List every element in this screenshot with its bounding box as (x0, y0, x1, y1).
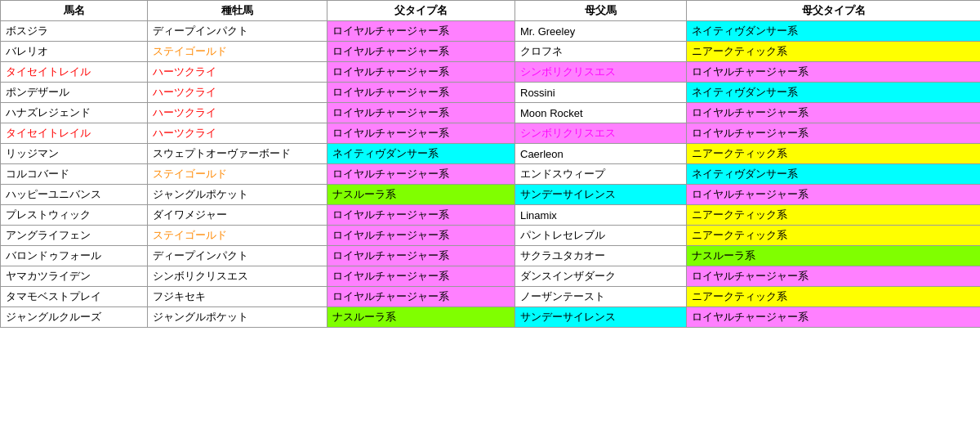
table-row: ハッピーユニバンスジャングルポケットナスルーラ系サンデーサイレンスロイヤルチャー… (1, 185, 981, 205)
horse-name: ポンデザール (1, 83, 148, 103)
sire-type: ネイティヴダンサー系 (327, 144, 515, 164)
horse-name: ジャングルクルーズ (1, 307, 148, 328)
table-row: バレリオステイゴールドロイヤルチャージャー系クロフネニアークティック系 (1, 42, 981, 62)
main-table: 馬名種牡馬父タイプ名母父馬母父タイプ名 ボスジラディープインパクトロイヤルチャー… (0, 0, 980, 328)
dam-sire-type: ニアークティック系 (687, 226, 981, 246)
dam-sire-type: ネイティヴダンサー系 (687, 164, 981, 185)
dam-sire-name: エンドスウィープ (515, 164, 687, 185)
dam-sire-type: ニアークティック系 (687, 205, 981, 226)
sire-type: ロイヤルチャージャー系 (327, 266, 515, 287)
dam-sire-type: ネイティヴダンサー系 (687, 83, 981, 103)
table-row: バロンドゥフォールディープインパクトロイヤルチャージャー系サクラユタカオーナスル… (1, 246, 981, 266)
sire-name: フジキセキ (148, 287, 327, 307)
horse-name: ハナズレジェンド (1, 103, 148, 123)
dam-sire-name: Linamix (515, 205, 687, 226)
table-row: リッジマンスウェプトオーヴァーボードネイティヴダンサー系Caerleonニアーク… (1, 144, 981, 164)
sire-type: ロイヤルチャージャー系 (327, 83, 515, 103)
horse-name: ボスジラ (1, 21, 148, 42)
sire-type: ロイヤルチャージャー系 (327, 164, 515, 185)
header-col-3: 母父馬 (515, 1, 687, 21)
dam-sire-type: ニアークティック系 (687, 287, 981, 307)
table-row: ハナズレジェンドハーツクライロイヤルチャージャー系Moon Rocketロイヤル… (1, 103, 981, 123)
sire-type: ロイヤルチャージャー系 (327, 287, 515, 307)
sire-name: ジャングルポケット (148, 185, 327, 205)
header-col-0: 馬名 (1, 1, 148, 21)
dam-sire-type: ロイヤルチャージャー系 (687, 103, 981, 123)
horse-name: バレリオ (1, 42, 148, 62)
horse-name: タイセイトレイル (1, 62, 148, 83)
table-row: ジャングルクルーズジャングルポケットナスルーラ系サンデーサイレンスロイヤルチャー… (1, 307, 981, 328)
dam-sire-name: ダンスインザダーク (515, 266, 687, 287)
dam-sire-name: サンデーサイレンス (515, 185, 687, 205)
sire-name: スウェプトオーヴァーボード (148, 144, 327, 164)
sire-name: ステイゴールド (148, 226, 327, 246)
horse-name: コルコバード (1, 164, 148, 185)
header-col-2: 父タイプ名 (327, 1, 515, 21)
sire-name: ハーツクライ (148, 83, 327, 103)
table-row: ボスジラディープインパクトロイヤルチャージャー系Mr. Greeleyネイティヴ… (1, 21, 981, 42)
horse-name: ハッピーユニバンス (1, 185, 148, 205)
header-row: 馬名種牡馬父タイプ名母父馬母父タイプ名 (1, 1, 981, 21)
sire-type: ナスルーラ系 (327, 185, 515, 205)
sire-type: ロイヤルチャージャー系 (327, 62, 515, 83)
sire-type: ナスルーラ系 (327, 307, 515, 328)
sire-type: ロイヤルチャージャー系 (327, 123, 515, 144)
dam-sire-type: ナスルーラ系 (687, 246, 981, 266)
sire-name: ハーツクライ (148, 123, 327, 144)
dam-sire-name: サンデーサイレンス (515, 307, 687, 328)
table-row: ヤマカツライデンシンボリクリスエスロイヤルチャージャー系ダンスインザダークロイヤ… (1, 266, 981, 287)
table-body: ボスジラディープインパクトロイヤルチャージャー系Mr. Greeleyネイティヴ… (1, 21, 981, 328)
sire-name: シンボリクリスエス (148, 266, 327, 287)
dam-sire-type: ロイヤルチャージャー系 (687, 123, 981, 144)
sire-name: ステイゴールド (148, 42, 327, 62)
dam-sire-type: ニアークティック系 (687, 42, 981, 62)
horse-name: プレストウィック (1, 205, 148, 226)
dam-sire-name: クロフネ (515, 42, 687, 62)
sire-type: ロイヤルチャージャー系 (327, 21, 515, 42)
horse-name: ヤマカツライデン (1, 266, 148, 287)
sire-type: ロイヤルチャージャー系 (327, 226, 515, 246)
dam-sire-name: Moon Rocket (515, 103, 687, 123)
table-row: プレストウィックダイワメジャーロイヤルチャージャー系Linamixニアークティッ… (1, 205, 981, 226)
sire-name: ジャングルポケット (148, 307, 327, 328)
table-row: タイセイトレイルハーツクライロイヤルチャージャー系シンボリクリスエスロイヤルチャ… (1, 62, 981, 83)
table-row: タマモベストプレイフジキセキロイヤルチャージャー系ノーザンテーストニアークティッ… (1, 287, 981, 307)
dam-sire-type: ロイヤルチャージャー系 (687, 307, 981, 328)
horse-name: タマモベストプレイ (1, 287, 148, 307)
header-col-4: 母父タイプ名 (687, 1, 981, 21)
sire-name: ハーツクライ (148, 62, 327, 83)
horse-name: リッジマン (1, 144, 148, 164)
sire-type: ロイヤルチャージャー系 (327, 42, 515, 62)
dam-sire-name: パントレセレブル (515, 226, 687, 246)
sire-name: ディープインパクト (148, 21, 327, 42)
dam-sire-type: ロイヤルチャージャー系 (687, 185, 981, 205)
horse-name: タイセイトレイル (1, 123, 148, 144)
table-row: タイセイトレイルハーツクライロイヤルチャージャー系シンボリクリスエスロイヤルチャ… (1, 123, 981, 144)
header-col-1: 種牡馬 (148, 1, 327, 21)
sire-name: ディープインパクト (148, 246, 327, 266)
table-row: アングライフェンステイゴールドロイヤルチャージャー系パントレセレブルニアークティ… (1, 226, 981, 246)
dam-sire-name: サクラユタカオー (515, 246, 687, 266)
dam-sire-name: Rossini (515, 83, 687, 103)
dam-sire-name: Mr. Greeley (515, 21, 687, 42)
dam-sire-name: ノーザンテースト (515, 287, 687, 307)
dam-sire-type: ロイヤルチャージャー系 (687, 62, 981, 83)
dam-sire-name: シンボリクリスエス (515, 62, 687, 83)
sire-name: ハーツクライ (148, 103, 327, 123)
sire-type: ロイヤルチャージャー系 (327, 205, 515, 226)
sire-type: ロイヤルチャージャー系 (327, 246, 515, 266)
horse-name: バロンドゥフォール (1, 246, 148, 266)
table-row: コルコバードステイゴールドロイヤルチャージャー系エンドスウィープネイティヴダンサ… (1, 164, 981, 185)
horse-name: アングライフェン (1, 226, 148, 246)
dam-sire-type: ニアークティック系 (687, 144, 981, 164)
dam-sire-name: Caerleon (515, 144, 687, 164)
dam-sire-name: シンボリクリスエス (515, 123, 687, 144)
sire-name: ステイゴールド (148, 164, 327, 185)
table-row: ポンデザールハーツクライロイヤルチャージャー系Rossiniネイティヴダンサー系 (1, 83, 981, 103)
dam-sire-type: ロイヤルチャージャー系 (687, 266, 981, 287)
sire-type: ロイヤルチャージャー系 (327, 103, 515, 123)
sire-name: ダイワメジャー (148, 205, 327, 226)
dam-sire-type: ネイティヴダンサー系 (687, 21, 981, 42)
